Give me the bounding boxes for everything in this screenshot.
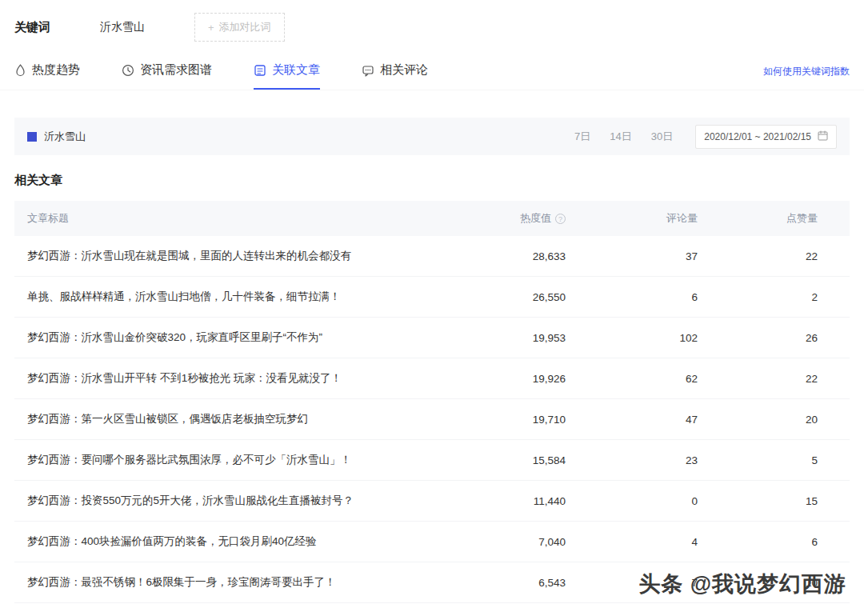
clock-icon (122, 64, 134, 77)
heat-value: 26,550 (430, 291, 566, 303)
comment-count: 0 (566, 495, 698, 507)
like-count: 20 (698, 414, 818, 426)
current-keyword[interactable]: 沂水雪山 (100, 20, 145, 34)
heat-value: 19,710 (430, 414, 566, 426)
heat-value: 19,953 (430, 332, 566, 344)
article-title[interactable]: 梦幻西游：投资550万元的5开大佬，沂水雪山服战化生直播被封号？ (14, 494, 430, 508)
range-7d[interactable]: 7日 (574, 130, 590, 144)
article-title[interactable]: 梦幻西游：第一火区雪山被锁区，偶遇饭店老板抽空玩梦幻 (14, 412, 430, 426)
comment-count: 4 (566, 536, 698, 548)
table-row[interactable]: 梦幻西游：最强不锈钢！6极限集于一身，珍宝阁涛哥要出手了！ 6,543 7 10 (14, 562, 850, 603)
heat-value: 7,040 (430, 536, 566, 548)
table-row[interactable]: 梦幻西游：要问哪个服务器比武氛围浓厚，必不可少「沂水雪山」！ 15,584 23… (14, 440, 850, 481)
comment-count: 47 (566, 414, 698, 426)
table-row[interactable]: 梦幻西游：沂水雪山现在就是围城，里面的人连转出来的机会都没有 28,633 37… (14, 236, 850, 277)
table-row[interactable]: 梦幻西游：沂水雪山开平转 不到1秒被抢光 玩家：没看见就没了！ 19,926 6… (14, 358, 850, 399)
range-group: 7日 14日 30日 2020/12/01 ~ 2021/02/15 (555, 125, 837, 149)
like-count: 10 (698, 577, 818, 589)
keyword-label: 关键词 (14, 20, 50, 35)
flame-icon (14, 64, 26, 77)
tab-related-comments[interactable]: 相关评论 (362, 62, 428, 90)
like-count: 5 (698, 454, 818, 466)
comment-icon (362, 64, 374, 77)
filter-bar: 沂水雪山 7日 14日 30日 2020/12/01 ~ 2021/02/15 (14, 118, 850, 155)
tab-related-articles[interactable]: 关联文章 (254, 62, 320, 90)
like-count: 15 (698, 495, 818, 507)
heat-value: 19,926 (430, 373, 566, 385)
add-compare-keyword-label: 添加对比词 (219, 20, 271, 34)
table-row[interactable]: 梦幻西游：投资550万元的5开大佬，沂水雪山服战化生直播被封号？ 11,440 … (14, 481, 850, 522)
col-header-heat: 热度值 ? (430, 211, 566, 226)
like-count: 22 (698, 250, 818, 262)
keyword-header: 关键词 沂水雪山 + 添加对比词 (0, 0, 864, 42)
article-title[interactable]: 梦幻西游：沂水雪山开平转 不到1秒被抢光 玩家：没看见就没了！ (14, 371, 430, 386)
legend-keyword: 沂水雪山 (44, 130, 86, 144)
table-row[interactable]: 单挑、服战样样精通，沂水雪山扫地僧，几十件装备，细节拉满！ 26,550 6 2 (14, 277, 850, 318)
heat-value: 15,584 (430, 454, 566, 466)
col-header-comments: 评论量 (566, 211, 698, 226)
comment-count: 23 (566, 454, 698, 466)
comment-count: 7 (566, 577, 698, 589)
article-title[interactable]: 梦幻西游：要问哪个服务器比武氛围浓厚，必不可少「沂水雪山」！ (14, 453, 430, 467)
article-title[interactable]: 单挑、服战样样精通，沂水雪山扫地僧，几十件装备，细节拉满！ (14, 290, 430, 304)
col-header-title: 文章标题 (14, 211, 430, 226)
table-header-row: 文章标题 热度值 ? 评论量 点赞量 (14, 201, 850, 236)
legend-color-swatch (27, 132, 37, 142)
related-articles-table: 文章标题 热度值 ? 评论量 点赞量 梦幻西游：沂水雪山现在就是围城，里面的人连… (14, 201, 850, 603)
table-row[interactable]: 梦幻西游：400块捡漏价值两万的装备，无口袋月刷40亿经验 7,040 4 6 (14, 522, 850, 562)
article-icon (254, 64, 266, 77)
section-title: 相关文章 (14, 173, 850, 188)
help-link[interactable]: 如何使用关键词指数 (763, 65, 850, 90)
heat-value: 6,543 (430, 577, 566, 589)
tab-label: 热度趋势 (32, 62, 80, 78)
like-count: 22 (698, 373, 818, 385)
article-title[interactable]: 梦幻西游：400块捡漏价值两万的装备，无口袋月刷40亿经验 (14, 534, 430, 549)
tab-bar: 热度趋势 资讯需求图谱 关联文章 相关评论 如何使用关键词指数 (0, 62, 864, 90)
comment-count: 102 (566, 332, 698, 344)
tab-label: 资讯需求图谱 (140, 62, 212, 78)
heat-value: 28,633 (430, 250, 566, 262)
col-header-likes: 点赞量 (698, 211, 818, 226)
article-title[interactable]: 梦幻西游：沂水雪山现在就是围城，里面的人连转出来的机会都没有 (14, 249, 430, 263)
date-range-picker[interactable]: 2020/12/01 ~ 2021/02/15 (695, 125, 837, 149)
article-title[interactable]: 梦幻西游：最强不锈钢！6极限集于一身，珍宝阁涛哥要出手了！ (14, 575, 430, 590)
plus-icon: + (208, 22, 214, 34)
like-count: 6 (698, 536, 818, 548)
table-row[interactable]: 梦幻西游：第一火区雪山被锁区，偶遇饭店老板抽空玩梦幻 19,710 47 20 (14, 399, 850, 440)
heat-value: 11,440 (430, 495, 566, 507)
tab-label: 关联文章 (272, 62, 320, 78)
range-30d[interactable]: 30日 (651, 130, 673, 144)
tab-heat-trend[interactable]: 热度趋势 (14, 62, 80, 90)
calendar-icon (818, 130, 828, 143)
like-count: 2 (698, 291, 818, 303)
article-table-body: 梦幻西游：沂水雪山现在就是围城，里面的人连转出来的机会都没有 28,633 37… (14, 236, 850, 603)
add-compare-keyword-button[interactable]: + 添加对比词 (194, 13, 285, 42)
range-14d[interactable]: 14日 (610, 130, 631, 144)
tab-demand-graph[interactable]: 资讯需求图谱 (122, 62, 212, 90)
comment-count: 62 (566, 373, 698, 385)
table-row[interactable]: 梦幻西游：沂水雪山金价突破320，玩家直呼区里刷子“不作为” 19,953 10… (14, 318, 850, 358)
date-range-value: 2020/12/01 ~ 2021/02/15 (704, 131, 811, 142)
heat-info-icon[interactable]: ? (555, 214, 566, 224)
tab-label: 相关评论 (380, 62, 428, 78)
comment-count: 37 (566, 250, 698, 262)
comment-count: 6 (566, 291, 698, 303)
article-title[interactable]: 梦幻西游：沂水雪山金价突破320，玩家直呼区里刷子“不作为” (14, 330, 430, 345)
like-count: 26 (698, 332, 818, 344)
